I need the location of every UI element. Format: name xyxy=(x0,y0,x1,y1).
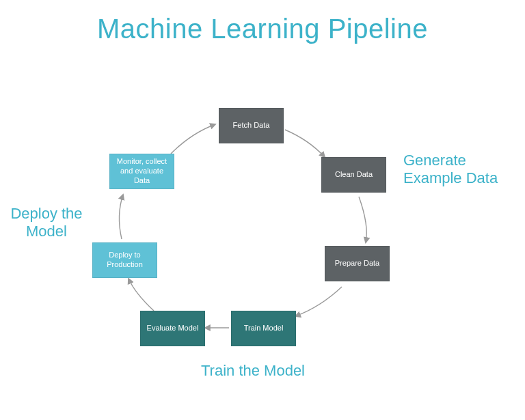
node-label: Deploy to Production xyxy=(95,251,154,270)
node-label: Evaluate Model xyxy=(147,324,199,333)
node-label: Prepare Data xyxy=(335,259,379,268)
arrow-monitor-to-fetch xyxy=(171,124,215,154)
node-train-model: Train Model xyxy=(231,311,296,346)
phase-label-train: Train the Model xyxy=(198,362,308,380)
node-label: Monitor, collect and evaluate Data xyxy=(112,157,172,185)
node-evaluate: Evaluate Model xyxy=(140,311,205,346)
node-prepare-data: Prepare Data xyxy=(325,246,390,281)
arrow-clean-to-prepare xyxy=(359,197,366,242)
arrow-prepare-to-train xyxy=(295,287,342,316)
node-monitor: Monitor, collect and evaluate Data xyxy=(109,154,174,189)
node-label: Fetch Data xyxy=(233,121,270,130)
phase-label-data: Generate Example Data xyxy=(403,152,513,188)
arrow-fetch-to-clean xyxy=(285,130,325,157)
node-deploy: Deploy to Production xyxy=(92,242,157,278)
node-fetch-data: Fetch Data xyxy=(219,108,284,143)
diagram-stage: Fetch Data Clean Data Prepare Data Train… xyxy=(0,89,525,417)
node-clean-data: Clean Data xyxy=(321,157,386,193)
page-title: Machine Learning Pipeline xyxy=(0,14,525,44)
phase-label-deploy: Deploy the Model xyxy=(5,205,88,241)
node-label: Clean Data xyxy=(335,170,373,180)
arrow-deploy-to-monitor xyxy=(119,195,123,239)
node-label: Train Model xyxy=(244,324,284,333)
arrow-evaluate-to-deploy xyxy=(129,279,154,311)
